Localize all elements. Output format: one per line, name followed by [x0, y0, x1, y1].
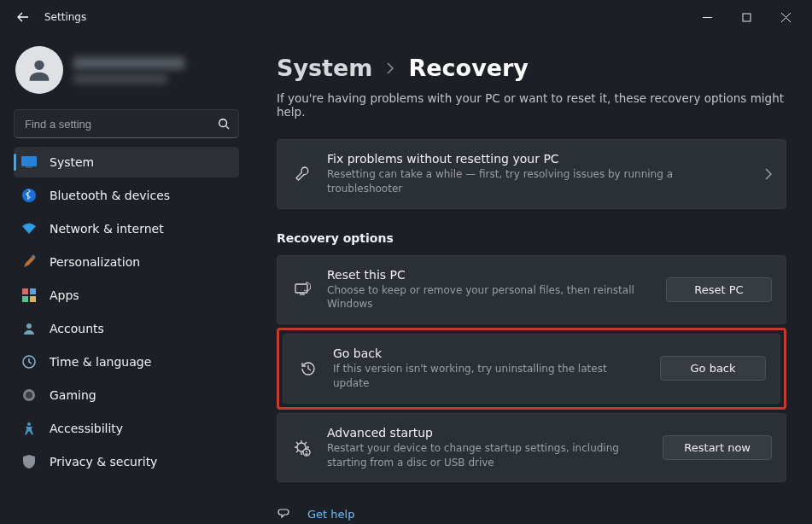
close-icon	[781, 13, 791, 22]
bluetooth-icon	[20, 187, 38, 204]
card-desc: If this version isn't working, try unins…	[333, 362, 645, 391]
sidebar-item-label: Gaming	[50, 388, 96, 402]
maximize-button[interactable]	[727, 2, 766, 32]
arrow-left-icon	[16, 10, 30, 24]
svg-rect-1	[743, 14, 751, 21]
breadcrumb: System Recovery	[277, 55, 786, 81]
search-icon	[218, 118, 230, 130]
sidebar-item-apps[interactable]: Apps	[14, 280, 239, 311]
highlighted-card: Go back If this version isn't working, t…	[277, 328, 786, 410]
sidebar-item-label: System	[50, 155, 94, 169]
card-title: Advanced startup	[327, 426, 647, 440]
advanced-startup-card: Advanced startup Restart your device to …	[277, 413, 786, 483]
help-links: Get help Give feedback	[277, 501, 786, 524]
maximize-icon	[742, 13, 751, 22]
svg-line-6	[226, 126, 230, 130]
breadcrumb-current: Recovery	[408, 55, 528, 81]
paintbrush-icon	[20, 253, 38, 271]
link-text: Get help	[307, 508, 354, 521]
avatar	[15, 46, 63, 94]
card-title: Go back	[333, 346, 645, 360]
chevron-right-icon	[386, 62, 394, 74]
profile-text	[73, 57, 184, 84]
sidebar-item-privacy[interactable]: Privacy & security	[14, 446, 239, 477]
gear-power-icon	[293, 440, 312, 457]
sidebar-item-label: Network & internet	[50, 222, 164, 236]
page-subtitle: If you're having problems with your PC o…	[277, 91, 786, 119]
card-title: Fix problems without resetting your PC	[327, 152, 750, 166]
sidebar-item-system[interactable]: System	[14, 147, 239, 178]
sidebar-item-label: Apps	[50, 288, 79, 302]
svg-rect-20	[295, 284, 307, 293]
section-title: Recovery options	[277, 231, 786, 245]
close-button[interactable]	[766, 2, 805, 32]
card-desc: Restart your device to change startup se…	[327, 441, 647, 470]
nav-list: System Bluetooth & devices Network & int…	[10, 147, 242, 477]
go-back-card: Go back If this version isn't working, t…	[283, 334, 780, 404]
sidebar-item-label: Bluetooth & devices	[50, 189, 170, 202]
search-input[interactable]	[23, 117, 218, 131]
accessibility-icon	[20, 420, 38, 437]
titlebar: Settings	[0, 0, 812, 34]
profile-section[interactable]	[10, 34, 242, 109]
wifi-icon	[20, 220, 38, 237]
clock-globe-icon	[20, 353, 38, 370]
history-icon	[299, 360, 318, 377]
sidebar-item-network[interactable]: Network & internet	[14, 213, 239, 244]
card-desc: Choose to keep or remove your personal f…	[327, 283, 651, 312]
profile-name-redacted	[73, 57, 184, 69]
profile-email-redacted	[73, 74, 167, 84]
sidebar-item-bluetooth[interactable]: Bluetooth & devices	[14, 180, 239, 211]
window-controls	[687, 2, 805, 32]
help-icon	[277, 507, 292, 521]
sidebar-item-label: Accounts	[50, 322, 104, 335]
gaming-icon	[20, 387, 38, 404]
fix-problems-card[interactable]: Fix problems without resetting your PC R…	[277, 139, 786, 209]
chevron-right-icon	[765, 168, 772, 180]
person-icon	[25, 55, 54, 84]
accounts-icon	[20, 320, 38, 337]
reset-icon	[293, 281, 312, 298]
svg-rect-8	[26, 166, 32, 168]
svg-point-4	[34, 61, 44, 70]
sidebar-item-accessibility[interactable]: Accessibility	[14, 413, 239, 444]
svg-rect-13	[22, 296, 28, 302]
go-back-button[interactable]: Go back	[660, 356, 766, 381]
sidebar: System Bluetooth & devices Network & int…	[0, 34, 253, 524]
reset-pc-button[interactable]: Reset PC	[666, 277, 772, 302]
sidebar-item-personalization[interactable]: Personalization	[14, 247, 239, 277]
back-button[interactable]	[10, 4, 36, 30]
sidebar-item-gaming[interactable]: Gaming	[14, 380, 239, 410]
content-area: System Recovery If you're having problem…	[253, 34, 812, 524]
svg-rect-11	[22, 288, 28, 294]
sidebar-item-label: Time & language	[50, 355, 151, 369]
svg-point-5	[219, 119, 227, 127]
svg-rect-12	[30, 288, 36, 294]
card-title: Reset this PC	[327, 268, 651, 282]
wrench-icon	[293, 166, 312, 183]
sidebar-item-accounts[interactable]: Accounts	[14, 313, 239, 344]
svg-rect-7	[21, 156, 37, 166]
minimize-icon	[703, 13, 712, 22]
breadcrumb-parent[interactable]: System	[277, 55, 372, 81]
card-desc: Resetting can take a while — first, try …	[327, 167, 750, 196]
svg-point-19	[27, 422, 31, 426]
sidebar-item-label: Accessibility	[50, 422, 123, 435]
sidebar-item-label: Privacy & security	[50, 455, 157, 469]
shield-icon	[20, 453, 38, 470]
svg-rect-14	[30, 296, 36, 302]
window-title: Settings	[44, 11, 86, 23]
search-box[interactable]	[14, 109, 239, 138]
system-icon	[20, 154, 38, 171]
restart-now-button[interactable]: Restart now	[663, 435, 772, 460]
minimize-button[interactable]	[687, 2, 727, 32]
get-help-link[interactable]: Get help	[277, 501, 786, 524]
svg-point-18	[26, 392, 32, 399]
sidebar-item-time[interactable]: Time & language	[14, 346, 239, 377]
sidebar-item-label: Personalization	[50, 255, 140, 269]
reset-pc-card: Reset this PC Choose to keep or remove y…	[277, 255, 786, 325]
apps-icon	[20, 287, 38, 304]
svg-point-15	[26, 323, 32, 329]
